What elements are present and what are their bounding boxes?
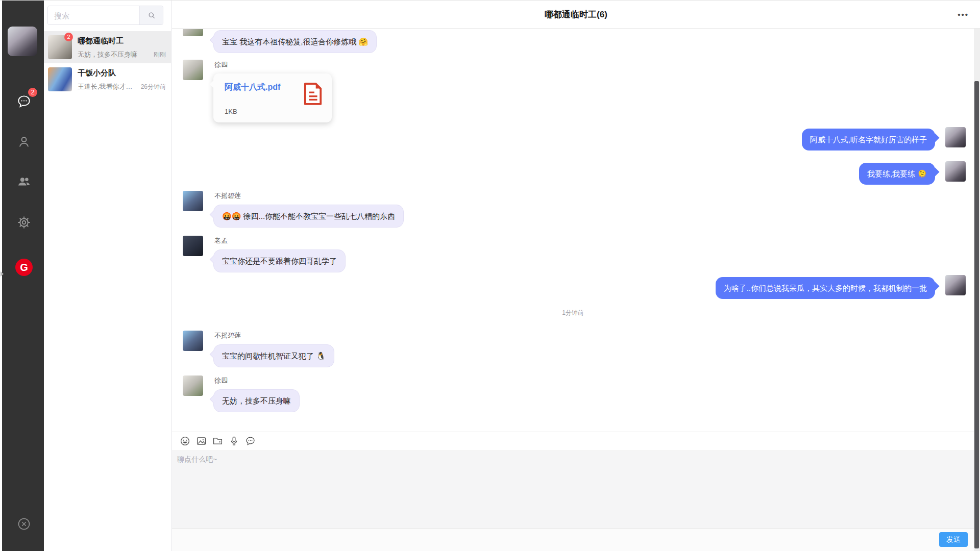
sender-name: 徐四: [214, 60, 332, 69]
groups-icon[interactable]: [16, 174, 32, 189]
chat-time: 26分钟前: [141, 83, 166, 91]
message-bubble[interactable]: 我要练,我要练 🫠: [859, 163, 935, 185]
message-row: 徐四 无妨，技多不压身嘛: [183, 375, 300, 412]
message-input[interactable]: [172, 451, 974, 528]
file-size: 1KB: [225, 108, 280, 115]
composer-toolbar: [172, 432, 974, 450]
scrollbar-thumb[interactable]: [974, 81, 979, 548]
search-button[interactable]: [139, 6, 163, 24]
message-row: 我要练,我要练 🫠: [859, 161, 966, 185]
chat-list-item-selected[interactable]: 2 哪都通临时工 无妨，技多不压身嘛 刚刚: [44, 31, 171, 63]
file-attachment-card[interactable]: 阿威十八式.pdf 1KB: [213, 73, 332, 122]
chats-icon[interactable]: [16, 94, 32, 109]
chat-list-panel: 2 哪都通临时工 无妨，技多不压身嘛 刚刚 干饭小分队 王道长,我看你才… 26…: [44, 1, 172, 551]
avatar[interactable]: [183, 236, 203, 256]
message-row: 宝宝 我这有本祖传秘笈,很适合你修炼哦 🤗: [183, 29, 377, 53]
message-row: 不摇碧莲 宝宝的间歇性机智证又犯了 🐧: [183, 331, 334, 367]
message-bubble[interactable]: 🤬🤬 徐四...你能不能不教宝宝一些乱七八糟的东西: [213, 205, 404, 228]
avatar[interactable]: [183, 331, 203, 351]
message-row: 不摇碧莲 🤬🤬 徐四...你能不能不教宝宝一些乱七八糟的东西: [183, 191, 404, 228]
chat-time: 刚刚: [154, 51, 166, 59]
avatar[interactable]: [183, 60, 203, 80]
chat-preview: 王道长,我看你才…: [78, 82, 133, 91]
scrollbar-track[interactable]: [974, 29, 980, 551]
message-row: 阿威十八式,听名字就好厉害的样子: [802, 127, 966, 151]
settings-gear-icon[interactable]: [16, 215, 32, 230]
sender-name: 不摇碧莲: [214, 331, 334, 340]
chat-title: 哪都通临时工: [78, 36, 124, 46]
group-avatar: [48, 67, 72, 91]
message-bubble[interactable]: 宝宝的间歇性机智证又犯了 🐧: [213, 344, 334, 367]
chat-title: 干饭小分队: [78, 68, 116, 78]
avatar[interactable]: [945, 127, 966, 147]
file-name[interactable]: 阿威十八式.pdf: [225, 82, 280, 93]
sender-name: 徐四: [214, 376, 300, 385]
microphone-icon[interactable]: [229, 436, 239, 446]
close-icon[interactable]: [17, 517, 31, 531]
sender-name: 不摇碧莲: [214, 191, 404, 201]
message-input-area: [172, 451, 974, 528]
search-bar: [47, 6, 163, 25]
send-button[interactable]: 发送: [939, 532, 968, 547]
contacts-icon[interactable]: [16, 134, 32, 149]
chat-header: 哪都通临时工(6) •••: [172, 1, 980, 29]
chat-room-title: 哪都通临时工(6): [172, 1, 980, 29]
chat-bubble-icon[interactable]: [245, 436, 256, 446]
search-icon: [147, 11, 156, 20]
folder-icon[interactable]: [212, 436, 223, 446]
message-row: 老孟 宝宝你还是不要跟着你四哥乱学了: [183, 236, 346, 272]
send-row: 发送: [172, 528, 974, 551]
avatar[interactable]: [945, 161, 966, 182]
message-bubble[interactable]: 宝宝你还是不要跟着你四哥乱学了: [213, 249, 346, 272]
collapse-arrow-icon[interactable]: [1, 271, 4, 277]
search-input[interactable]: [48, 6, 139, 24]
user-avatar[interactable]: [8, 27, 37, 56]
message-bubble[interactable]: 为啥子..你们总说我呆瓜，其实大多的时候，我都机制的一批: [716, 277, 935, 299]
app-logo[interactable]: G: [15, 259, 33, 276]
nav-rail: 2 G: [2, 1, 44, 551]
message-row: 徐四 阿威十八式.pdf 1KB: [183, 60, 332, 122]
pdf-file-icon: [303, 82, 323, 115]
composer: 发送: [172, 432, 974, 551]
messenger-window: 2 G: [0, 0, 980, 551]
unread-badge: 2: [64, 33, 73, 41]
more-options-icon[interactable]: •••: [958, 1, 969, 29]
chat-preview: 无妨，技多不压身嘛: [78, 50, 137, 59]
unread-badge: 2: [28, 88, 37, 97]
time-divider: 1分钟前: [172, 309, 974, 317]
avatar[interactable]: [183, 375, 203, 396]
message-list: 宝宝 我这有本祖传秘笈,很适合你修炼哦 🤗 徐四 阿威十八式.pdf 1KB: [172, 29, 974, 432]
emoji-icon[interactable]: [180, 436, 190, 446]
message-bubble[interactable]: 阿威十八式,听名字就好厉害的样子: [802, 129, 935, 151]
chat-list-item[interactable]: 干饭小分队 王道长,我看你才… 26分钟前: [44, 63, 171, 95]
avatar[interactable]: [945, 275, 966, 295]
avatar[interactable]: [183, 191, 203, 211]
avatar[interactable]: [183, 29, 203, 36]
sender-name: 老孟: [214, 236, 346, 245]
message-bubble[interactable]: 宝宝 我这有本祖传秘笈,很适合你修炼哦 🤗: [213, 30, 377, 53]
message-row: 为啥子..你们总说我呆瓜，其实大多的时候，我都机制的一批: [716, 275, 966, 299]
image-icon[interactable]: [196, 436, 207, 446]
message-bubble[interactable]: 无妨，技多不压身嘛: [213, 389, 300, 412]
